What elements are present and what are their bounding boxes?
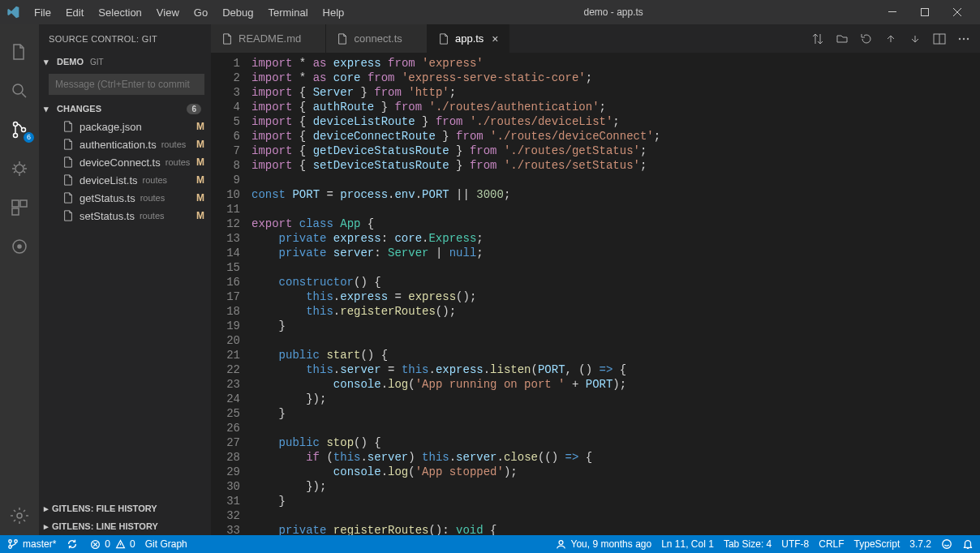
- svg-point-6: [15, 165, 24, 173]
- file-path: routes: [140, 211, 165, 221]
- chevron-right-icon: ▸: [44, 521, 49, 532]
- status-bar: master* 0 0 Git Graph You, 9 months ago …: [0, 535, 980, 553]
- editor-area: README.md×connect.ts×app.ts× 12345678910…: [211, 24, 980, 535]
- activity-bar: 6: [0, 24, 39, 535]
- status-ts-version[interactable]: 3.7.2: [909, 538, 931, 550]
- file-icon: [62, 138, 75, 151]
- svg-point-2: [13, 84, 23, 94]
- svg-point-15: [963, 37, 965, 39]
- changed-file-row[interactable]: deviceConnect.tsroutesM: [39, 153, 211, 171]
- file-icon: [221, 32, 234, 45]
- changed-file-row[interactable]: package.jsonM: [39, 118, 211, 135]
- window-minimize-button[interactable]: [876, 0, 909, 24]
- changes-header[interactable]: ▾ CHANGES 6: [39, 100, 211, 118]
- editor-tab[interactable]: app.ts×: [428, 24, 509, 53]
- changed-file-row[interactable]: getStatus.tsroutesM: [39, 189, 211, 207]
- sidebar-title: SOURCE CONTROL: GIT: [39, 24, 211, 53]
- tab-label: connect.ts: [354, 32, 402, 45]
- activity-gitlens-icon[interactable]: [0, 227, 39, 266]
- activity-extensions-icon[interactable]: [0, 188, 39, 227]
- status-notifications-icon[interactable]: [962, 538, 974, 550]
- svg-point-3: [14, 122, 18, 126]
- changed-file-row[interactable]: authentication.tsroutesM: [39, 135, 211, 153]
- file-path: routes: [161, 139, 187, 149]
- scm-badge: 6: [24, 132, 34, 143]
- discard-icon[interactable]: [860, 32, 873, 45]
- svg-point-4: [14, 134, 18, 138]
- svg-point-16: [967, 37, 969, 39]
- menu-file[interactable]: File: [28, 3, 58, 22]
- repo-name: DEMO: [57, 57, 84, 66]
- tab-label: README.md: [239, 32, 301, 45]
- file-status: M: [196, 121, 204, 132]
- editor-tab[interactable]: README.md×: [211, 24, 326, 53]
- svg-rect-1: [922, 9, 929, 16]
- status-encoding[interactable]: UTF-8: [781, 538, 809, 550]
- menu-debug[interactable]: Debug: [216, 3, 260, 22]
- file-icon: [437, 32, 450, 45]
- line-number-gutter: 1234567891011121314151617181920212223242…: [211, 53, 251, 535]
- status-git-graph[interactable]: Git Graph: [145, 538, 187, 550]
- code-editor[interactable]: 1234567891011121314151617181920212223242…: [211, 53, 980, 535]
- close-icon[interactable]: ×: [492, 32, 498, 45]
- svg-point-11: [18, 245, 21, 248]
- repo-header[interactable]: ▾ DEMO GIT: [39, 53, 211, 71]
- warning-icon: [114, 538, 127, 551]
- split-editor-icon[interactable]: [933, 32, 946, 45]
- previous-change-icon[interactable]: [884, 32, 897, 45]
- file-path: routes: [165, 157, 191, 167]
- compare-icon[interactable]: [811, 32, 824, 45]
- changed-file-row[interactable]: setStatus.tsroutesM: [39, 207, 211, 225]
- file-name: deviceConnect.ts: [80, 156, 161, 169]
- window-maximize-button[interactable]: [909, 0, 941, 24]
- activity-settings-icon[interactable]: [0, 496, 39, 535]
- person-icon: [555, 538, 568, 551]
- status-cursor-position[interactable]: Ln 11, Col 1: [661, 538, 714, 550]
- menu-bar: FileEditSelectionViewGoDebugTerminalHelp: [28, 3, 350, 22]
- menu-terminal[interactable]: Terminal: [261, 3, 314, 22]
- menu-view[interactable]: View: [150, 3, 186, 22]
- vscode-logo-icon: [6, 6, 19, 19]
- status-sync[interactable]: [66, 538, 79, 551]
- svg-point-19: [15, 540, 18, 543]
- menu-selection[interactable]: Selection: [92, 3, 148, 22]
- file-name: getStatus.ts: [80, 192, 135, 204]
- more-actions-icon[interactable]: [957, 32, 970, 45]
- status-branch[interactable]: master*: [6, 538, 56, 551]
- editor-tab[interactable]: connect.ts×: [326, 24, 427, 53]
- sidebar-section-header[interactable]: ▸GITLENS: LINE HISTORY: [39, 517, 211, 535]
- menu-edit[interactable]: Edit: [59, 3, 90, 22]
- menu-go[interactable]: Go: [187, 3, 214, 22]
- next-change-icon[interactable]: [909, 32, 922, 45]
- activity-debug-icon[interactable]: [0, 149, 39, 188]
- open-changes-icon[interactable]: [836, 32, 849, 45]
- git-branch-icon: [6, 538, 19, 551]
- file-path: routes: [143, 175, 168, 185]
- status-eol[interactable]: CRLF: [819, 538, 844, 550]
- status-tab-size[interactable]: Tab Size: 4: [724, 538, 772, 550]
- activity-explorer-icon[interactable]: [0, 32, 39, 71]
- status-feedback-icon[interactable]: [941, 538, 952, 550]
- editor-actions: [802, 24, 980, 53]
- activity-source-control-icon[interactable]: 6: [0, 110, 39, 149]
- status-language-mode[interactable]: TypeScript: [854, 538, 900, 550]
- file-icon: [62, 191, 75, 204]
- window-close-button[interactable]: [941, 0, 974, 24]
- svg-point-21: [559, 540, 563, 544]
- file-status: M: [196, 139, 204, 150]
- sidebar-section-header[interactable]: ▸GITLENS: FILE HISTORY: [39, 499, 211, 517]
- file-status: M: [196, 210, 204, 221]
- commit-message-input[interactable]: [49, 74, 204, 95]
- status-problems[interactable]: 0 0: [88, 538, 135, 551]
- activity-search-icon[interactable]: [0, 71, 39, 110]
- menu-help[interactable]: Help: [316, 3, 351, 22]
- svg-rect-9: [12, 208, 19, 215]
- title-bar: FileEditSelectionViewGoDebugTerminalHelp…: [0, 0, 980, 24]
- changed-file-row[interactable]: deviceList.tsroutesM: [39, 171, 211, 189]
- changes-label: CHANGES: [57, 104, 101, 114]
- tab-bar: README.md×connect.ts×app.ts×: [211, 24, 980, 53]
- code-content[interactable]: import * as express from 'express'import…: [251, 53, 980, 535]
- status-blame[interactable]: You, 9 months ago: [555, 538, 652, 551]
- file-status: M: [196, 174, 204, 186]
- svg-point-17: [9, 540, 12, 543]
